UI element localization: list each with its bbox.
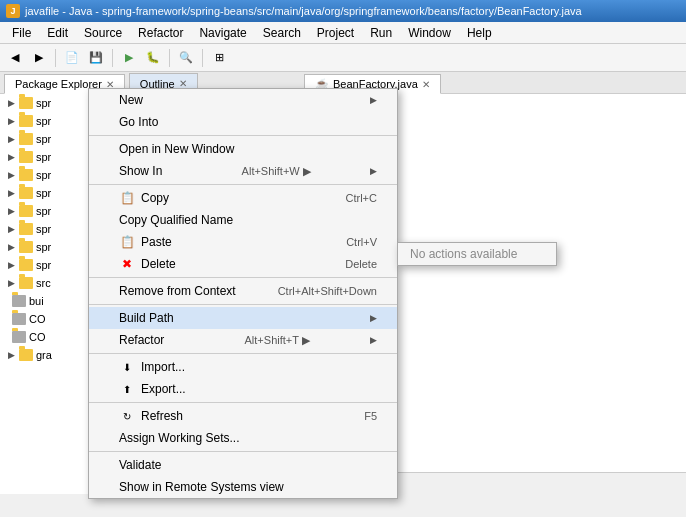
tree-item-13[interactable]: CO [0, 328, 89, 346]
ctx-sep-1 [89, 135, 397, 136]
title-bar: J javafile - Java - spring-framework/spr… [0, 0, 686, 22]
ctx-open-new-window-label: Open in New Window [119, 142, 234, 156]
tree-item-6[interactable]: ▶spr [0, 202, 89, 220]
delete-icon: ✖ [119, 256, 135, 272]
menu-help[interactable]: Help [459, 24, 500, 42]
ctx-import-label: Import... [141, 360, 185, 374]
menu-window[interactable]: Window [400, 24, 459, 42]
toolbar-debug[interactable]: 🐛 [142, 47, 164, 69]
toolbar-save[interactable]: 💾 [85, 47, 107, 69]
import-icon: ⬇ [119, 359, 135, 375]
ctx-sep-6 [89, 402, 397, 403]
ctx-go-into-label: Go Into [119, 115, 158, 129]
toolbar-perspective[interactable]: ⊞ [208, 47, 230, 69]
tree-item-8[interactable]: ▶spr [0, 238, 89, 256]
menu-file[interactable]: File [4, 24, 39, 42]
submenu-no-actions-label: No actions available [410, 247, 517, 261]
tree-item-1[interactable]: ▶spr [0, 112, 89, 130]
tree-item-3[interactable]: ▶spr [0, 148, 89, 166]
menu-source[interactable]: Source [76, 24, 130, 42]
ctx-remove-context-label: Remove from Context [119, 284, 236, 298]
ctx-refresh[interactable]: ↻ Refresh F5 [89, 405, 397, 427]
ctx-validate[interactable]: Validate [89, 454, 397, 476]
tree-item-5[interactable]: ▶spr [0, 184, 89, 202]
menu-edit[interactable]: Edit [39, 24, 76, 42]
context-menu: New Go Into Open in New Window Show In A… [88, 88, 398, 499]
ctx-export[interactable]: ⬆ Export... [89, 378, 397, 400]
ctx-copy-shortcut: Ctrl+C [346, 192, 377, 204]
ctx-delete-shortcut: Delete [345, 258, 377, 270]
toolbar-run[interactable]: ▶ [118, 47, 140, 69]
tree-item-14[interactable]: ▶gra [0, 346, 89, 364]
ctx-paste-label: Paste [141, 235, 172, 249]
ctx-sep-5 [89, 353, 397, 354]
tree-item-0[interactable]: ▶spr [0, 94, 89, 112]
ctx-refresh-label: Refresh [141, 409, 183, 423]
tree-item-12[interactable]: CO [0, 310, 89, 328]
ctx-sep-7 [89, 451, 397, 452]
ctx-new-label: New [119, 93, 143, 107]
ctx-sep-2 [89, 184, 397, 185]
ctx-assign-working-sets[interactable]: Assign Working Sets... [89, 427, 397, 449]
menu-run[interactable]: Run [362, 24, 400, 42]
ctx-show-in-label: Show In [119, 164, 162, 178]
ctx-show-remote[interactable]: Show in Remote Systems view [89, 476, 397, 498]
ctx-go-into[interactable]: Go Into [89, 111, 397, 133]
ctx-assign-working-sets-label: Assign Working Sets... [119, 431, 240, 445]
ctx-open-new-window[interactable]: Open in New Window [89, 138, 397, 160]
ctx-new[interactable]: New [89, 89, 397, 111]
ctx-sep-4 [89, 304, 397, 305]
ctx-refresh-shortcut: F5 [364, 410, 377, 422]
ctx-refactor[interactable]: Refactor Alt+Shift+T ▶ [89, 329, 397, 351]
ctx-copy-qualified-label: Copy Qualified Name [119, 213, 233, 227]
ctx-copy[interactable]: 📋 Copy Ctrl+C [89, 187, 397, 209]
build-path-submenu: No actions available [397, 242, 557, 266]
menu-search[interactable]: Search [255, 24, 309, 42]
ctx-paste-shortcut: Ctrl+V [346, 236, 377, 248]
ctx-export-label: Export... [141, 382, 186, 396]
toolbar-sep-2 [112, 49, 113, 67]
tree-item-11[interactable]: bui [0, 292, 89, 310]
toolbar: ◀ ▶ 📄 💾 ▶ 🐛 🔍 ⊞ [0, 44, 686, 72]
tab-beanfactory-close[interactable]: ✕ [422, 79, 430, 90]
toolbar-sep-3 [169, 49, 170, 67]
menu-refactor[interactable]: Refactor [130, 24, 191, 42]
tree-item-4[interactable]: ▶spr [0, 166, 89, 184]
ctx-remove-context[interactable]: Remove from Context Ctrl+Alt+Shift+Down [89, 280, 397, 302]
toolbar-back[interactable]: ◀ [4, 47, 26, 69]
ctx-copy-qualified[interactable]: Copy Qualified Name [89, 209, 397, 231]
tree-item-10[interactable]: ▶src [0, 274, 89, 292]
toolbar-new[interactable]: 📄 [61, 47, 83, 69]
ctx-paste[interactable]: 📋 Paste Ctrl+V [89, 231, 397, 253]
ctx-validate-label: Validate [119, 458, 161, 472]
ctx-show-remote-label: Show in Remote Systems view [119, 480, 284, 494]
ctx-refactor-shortcut: Alt+Shift+T ▶ [245, 334, 310, 347]
ctx-sep-3 [89, 277, 397, 278]
tree-item-7[interactable]: ▶spr [0, 220, 89, 238]
ctx-delete[interactable]: ✖ Delete Delete [89, 253, 397, 275]
ctx-show-in-shortcut: Alt+Shift+W ▶ [242, 165, 311, 178]
ctx-remove-context-shortcut: Ctrl+Alt+Shift+Down [278, 285, 377, 297]
ctx-show-in[interactable]: Show In Alt+Shift+W ▶ [89, 160, 397, 182]
tree-item-2[interactable]: ▶spr [0, 130, 89, 148]
ctx-refactor-label: Refactor [119, 333, 164, 347]
app-icon: J [6, 4, 20, 18]
menu-project[interactable]: Project [309, 24, 362, 42]
toolbar-sep-4 [202, 49, 203, 67]
menu-bar: File Edit Source Refactor Navigate Searc… [0, 22, 686, 44]
copy-icon: 📋 [119, 190, 135, 206]
submenu-no-actions: No actions available [398, 243, 556, 265]
ctx-import[interactable]: ⬇ Import... [89, 356, 397, 378]
toolbar-search[interactable]: 🔍 [175, 47, 197, 69]
paste-icon: 📋 [119, 234, 135, 250]
ctx-build-path[interactable]: Build Path [89, 307, 397, 329]
menu-navigate[interactable]: Navigate [191, 24, 254, 42]
package-explorer-panel: ▶spr ▶spr ▶spr ▶spr ▶spr ▶spr ▶spr ▶spr … [0, 94, 90, 494]
window-title: javafile - Java - spring-framework/sprin… [25, 5, 582, 17]
refresh-icon: ↻ [119, 408, 135, 424]
toolbar-sep-1 [55, 49, 56, 67]
ctx-copy-label: Copy [141, 191, 169, 205]
toolbar-forward[interactable]: ▶ [28, 47, 50, 69]
ctx-build-path-label: Build Path [119, 311, 174, 325]
tree-item-9[interactable]: ▶spr [0, 256, 89, 274]
